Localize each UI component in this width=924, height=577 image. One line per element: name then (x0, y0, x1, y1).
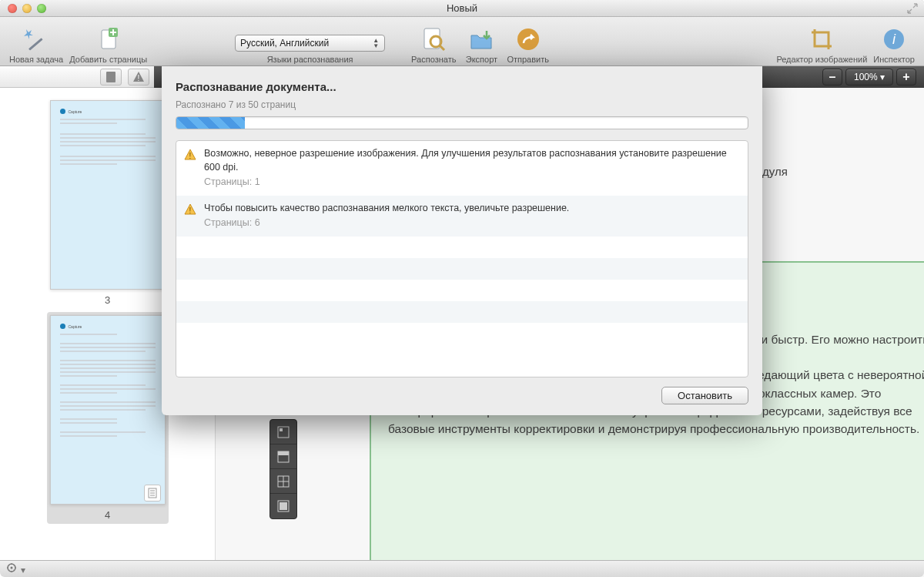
svg-rect-10 (106, 72, 116, 82)
new-task-button[interactable]: Новая задача (9, 25, 63, 64)
list-row-empty (176, 280, 748, 301)
dialog-status: Распознано 7 из 50 страниц (176, 99, 748, 110)
progress-bar (176, 116, 748, 129)
warning-icon: ! (132, 71, 145, 83)
page-plus-icon (95, 25, 122, 53)
warnings-list: ! Возможно, неверное разрешение изображе… (176, 140, 748, 377)
zoom-out-button[interactable]: – (822, 69, 842, 86)
toolbar-label: Добавить страницы (69, 55, 147, 64)
svg-line-6 (440, 45, 444, 50)
warning-pages: Страницы: 6 (204, 216, 569, 230)
svg-text:!: ! (189, 152, 192, 160)
thumbnail[interactable]: Capture 3 (50, 100, 166, 306)
dialog-title: Распознавание документа... (176, 80, 748, 93)
image-editor-button[interactable]: Редактор изображений (776, 25, 867, 64)
dialog-actions: Остановить (176, 387, 748, 404)
svg-marker-1 (24, 29, 33, 39)
inspector-button[interactable]: i Инспектор (873, 25, 915, 64)
layout-tool-icon[interactable] (270, 420, 296, 444)
list-row-empty (176, 301, 748, 323)
toolbar-label: Экспорт (466, 55, 497, 64)
list-row-empty (176, 323, 748, 344)
thumbnail-label: 3 (50, 294, 166, 306)
toolbar-label: Отправить (507, 55, 549, 64)
send-icon (514, 25, 542, 53)
layout-tool-icon[interactable] (270, 469, 296, 494)
thumbnail-selected[interactable]: Capture 4 (47, 312, 169, 524)
titlebar: Новый (0, 0, 924, 17)
progress-fill (176, 117, 245, 129)
warning-row[interactable]: ! Возможно, неверное разрешение изображе… (176, 141, 748, 196)
language-value: Русский, Английский (240, 38, 329, 49)
page-type-badge (144, 485, 161, 502)
doc-fragment: дуля (762, 165, 788, 178)
warning-pages: Страницы: 1 (204, 176, 740, 190)
list-row-empty (176, 237, 748, 258)
send-button[interactable]: Отправить (507, 25, 549, 64)
export-button[interactable]: Экспорт (462, 25, 500, 64)
svg-rect-0 (28, 38, 43, 50)
warning-text: Возможно, неверное разрешение изображени… (204, 147, 740, 174)
magnifier-icon (420, 25, 447, 53)
svg-text:!: ! (189, 206, 192, 215)
layout-tool-icon[interactable] (270, 494, 296, 518)
zoom-in-button[interactable]: + (896, 69, 916, 86)
thumbnail-label: 4 (50, 509, 166, 521)
thumbnail-page: Capture (50, 100, 166, 290)
warning-icon: ! (184, 203, 196, 219)
svg-rect-18 (280, 428, 283, 431)
crop-icon (808, 25, 835, 53)
warning-icon: ! (184, 149, 196, 164)
list-row-empty (176, 258, 748, 280)
add-pages-button[interactable]: Добавить страницы (69, 25, 147, 64)
svg-text:!: ! (138, 74, 140, 82)
language-group: Русский, Английский ▲▼ Языки распознаван… (235, 35, 385, 64)
recognize-button[interactable]: Распознать (411, 25, 456, 64)
language-label: Языки распознавания (267, 55, 353, 64)
zoom-level[interactable]: 100% ▾ (845, 69, 893, 86)
enter-fullscreen-icon[interactable] (907, 3, 918, 14)
layout-tool-icon[interactable] (270, 444, 296, 469)
info-icon: i (880, 25, 908, 53)
svg-point-7 (517, 29, 539, 50)
folder-export-icon (467, 25, 495, 53)
toolbar-label: Редактор изображений (776, 55, 867, 64)
svg-rect-20 (278, 451, 289, 455)
svg-point-27 (11, 567, 13, 569)
warning-text: Чтобы повысить качество распознавания ме… (204, 202, 569, 216)
recognition-dialog: Распознавание документа... Распознано 7 … (162, 66, 762, 415)
thumbs-header: ! (0, 66, 154, 88)
page-icon (105, 71, 116, 83)
zoom-controls: – 100% ▾ + (822, 69, 916, 86)
gear-icon[interactable]: ▾ (6, 562, 25, 575)
view-toolbar (270, 419, 297, 519)
window-title: Новый (0, 2, 924, 14)
stop-button[interactable]: Остановить (661, 387, 748, 404)
warning-row[interactable]: ! Чтобы повысить качество распознавания … (176, 196, 748, 237)
warnings-tab[interactable]: ! (128, 69, 149, 86)
svg-rect-25 (280, 502, 287, 510)
page-tab[interactable] (100, 69, 122, 86)
thumbnail-page: Capture (50, 315, 166, 505)
language-select[interactable]: Русский, Английский ▲▼ (235, 35, 385, 52)
toolbar-label: Распознать (411, 55, 456, 64)
toolbar-label: Инспектор (873, 55, 915, 64)
chevron-updown-icon: ▲▼ (370, 38, 381, 50)
wand-icon (22, 25, 50, 53)
toolbar-label: Новая задача (9, 55, 63, 64)
toolbar: Новая задача Добавить страницы Русский, … (0, 17, 924, 66)
statusbar: ▾ (0, 560, 924, 577)
